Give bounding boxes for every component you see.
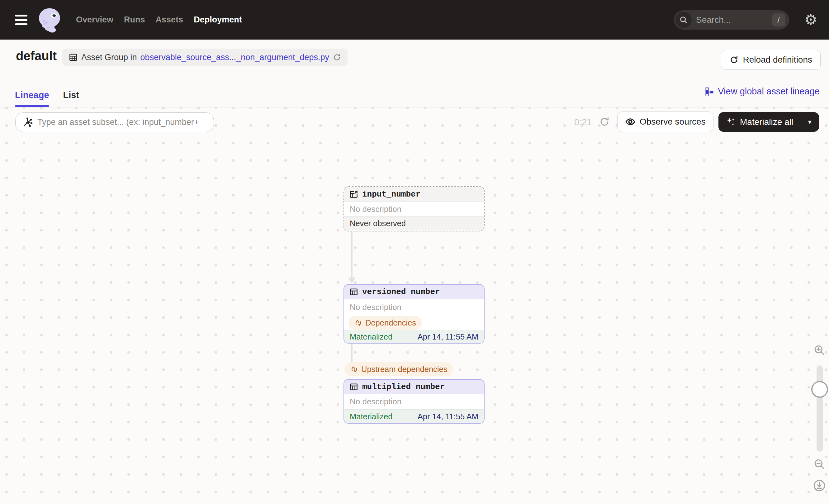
asset-description: No description [344,394,484,409]
reload-definitions-label: Reload definitions [743,55,812,65]
asset-status: Materialized [350,412,392,421]
asset-name: versioned_number [362,287,440,296]
lineage-canvas[interactable]: 0:21 Observe sources Materialize all ▾ [0,107,829,504]
nav-item-deployment[interactable]: Deployment [194,15,242,25]
asset-node-input-number[interactable]: input_number No description Never observ… [344,186,484,231]
search-shortcut-key: / [772,13,785,27]
upstream-dependencies-label: Upstream dependencies [361,365,447,374]
source-table-icon [349,190,358,199]
table-icon [349,382,358,392]
refresh-countdown: 0:21 [574,117,592,128]
asset-status: Never observed [350,219,406,228]
view-global-asset-lineage-link[interactable]: View global asset lineage [705,86,820,97]
zoom-out-icon[interactable] [813,458,826,471]
refresh-icon [729,55,739,65]
asset-description: No description [344,300,484,314]
changed-dependencies-icon [354,319,362,327]
changed-dependencies-chip[interactable]: Dependencies [349,316,422,330]
tab-list-label: List [63,90,79,100]
asset-status-timestamp[interactable]: Apr 14, 11:55 AM [418,412,478,421]
nav-item-runs[interactable]: Runs [124,15,145,25]
asset-status-row: Materialized Apr 14, 11:55 AM [344,409,484,424]
download-icon[interactable] [813,479,826,493]
graph-query-icon [22,117,33,128]
upstream-dependencies-chip[interactable]: Upstream dependencies [345,362,453,376]
search-icon [676,12,692,28]
nav-links: Overview Runs Assets Deployment [76,15,242,25]
table-icon [69,52,78,62]
menu-icon[interactable] [15,12,28,28]
asset-name: multiplied_number [362,382,445,392]
asset-group-badge: Asset Group in observable_source_ass..._… [62,48,348,66]
badge-prefix: Asset Group in [81,52,137,62]
page-header: default Asset Group in observable_source… [0,40,829,107]
asset-status-timestamp[interactable]: Apr 14, 11:55 AM [418,332,478,341]
page-title: default [16,49,57,63]
nav-item-overview[interactable]: Overview [76,15,113,25]
asset-status: Materialized [350,332,392,341]
code-location-link[interactable]: observable_source_ass..._non_argument_de… [140,52,329,62]
asset-status-row: Materialized Apr 14, 11:55 AM [344,330,484,343]
gear-icon[interactable]: ⚙ [804,12,817,27]
tab-lineage-label: Lineage [15,90,49,100]
search-bar[interactable]: / [674,10,789,30]
tab-list[interactable]: List [63,90,79,107]
table-icon [349,287,358,296]
asset-node-multiplied-number[interactable]: multiplied_number No description Materia… [344,379,484,424]
asset-name: input_number [362,190,421,199]
refresh-icon[interactable] [333,53,341,62]
zoom-slider-handle[interactable] [811,381,828,398]
reload-definitions-button[interactable]: Reload definitions [721,50,821,70]
zoom-slider-track[interactable] [817,365,823,452]
asset-subset-input[interactable] [37,117,212,127]
edge-input-to-versioned [351,232,353,278]
caret-down-icon[interactable]: ▾ [800,112,819,132]
tab-bar: Lineage List [15,90,79,107]
edge-arrowhead [348,278,356,284]
dagster-logo[interactable] [36,6,64,34]
changed-dependencies-label: Dependencies [365,318,416,327]
asset-node-versioned-number[interactable]: versioned_number No description Dependen… [344,284,484,344]
asset-subset-filter[interactable] [15,112,214,132]
materialize-all-button[interactable]: Materialize all [718,112,800,132]
materialize-all-label: Materialize all [740,117,793,127]
asset-status-row: Never observed – [344,216,484,230]
tab-lineage[interactable]: Lineage [15,90,49,107]
zoom-in-icon[interactable] [813,344,826,357]
lineage-icon [705,87,714,96]
refresh-icon[interactable] [599,116,610,128]
sparkle-icon [725,117,736,128]
asset-description: No description [344,202,484,216]
eye-icon [625,116,636,127]
changed-dependencies-icon [350,365,358,373]
observe-sources-button[interactable]: Observe sources [617,111,714,132]
top-nav: Overview Runs Assets Deployment / ⚙ [0,0,829,40]
asset-status-value: – [474,219,478,228]
active-tab-underline [15,105,49,107]
nav-item-assets[interactable]: Assets [156,15,183,25]
materialize-all-split-button: Materialize all ▾ [718,112,819,132]
view-global-asset-lineage-label: View global asset lineage [718,86,820,97]
search-input[interactable] [696,15,772,25]
observe-sources-label: Observe sources [640,117,706,127]
edge-versioned-to-multiplied [351,344,353,363]
